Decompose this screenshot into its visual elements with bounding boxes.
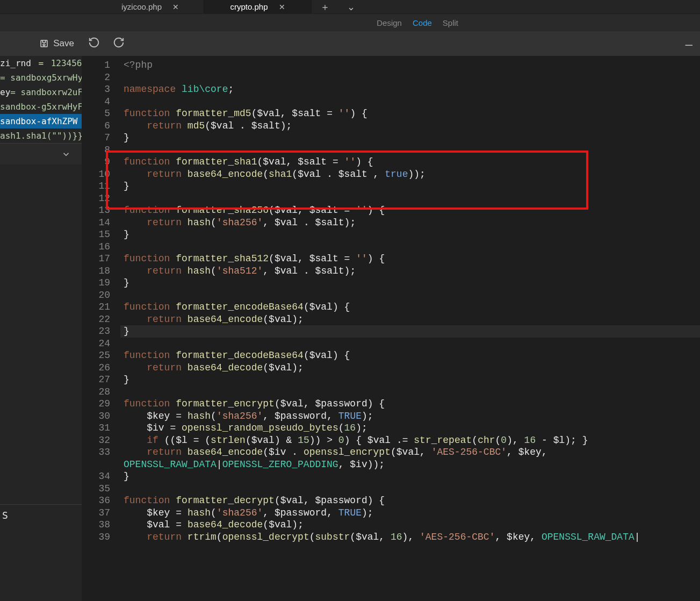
code-line[interactable]: namespace lib\core; [120,83,700,96]
code-line[interactable]: $key = hash('sha256', $password, TRUE); [120,410,700,423]
tab-label: crypto.php [230,2,268,11]
code-line[interactable] [120,289,700,302]
variable-item[interactable]: ash1.sha1(""))}} [0,128,82,143]
code-line[interactable]: } [120,180,700,192]
variable-item[interactable]: = sandboxg5xrwHyF [0,70,82,85]
tab-crypto[interactable]: crypto.php ✕ [204,0,312,13]
code-line[interactable]: } [120,132,700,144]
line-gutter: 1234567891011121314151617181920212223242… [82,31,120,601]
code-line[interactable]: return hash('sha256', $val . $salt); [120,217,700,229]
bottom-status: S [0,504,82,526]
code-line[interactable] [120,483,700,495]
code-line[interactable]: return base64_encode($val); [120,313,700,326]
tab-bar: iyzicoo.php ✕ crypto.php ✕ ＋ ⌄ [0,0,700,14]
close-icon[interactable]: ✕ [279,3,285,11]
code-line[interactable] [120,192,700,205]
code-line[interactable] [120,144,700,156]
view-bar: Design Code Split [0,14,700,31]
side-toolbar: Save [0,31,82,56]
code-line[interactable]: $iv = openssl_random_pseudo_bytes(16); [120,422,700,434]
undo-button[interactable] [82,37,106,51]
code-line[interactable]: function formatter_sha256($val, $salt = … [120,204,700,217]
code-line[interactable] [120,386,700,398]
code-line[interactable]: } [120,325,700,338]
code-line[interactable]: if (($l = (strlen($val) & 15)) > 0) { $v… [120,434,700,447]
svg-point-1 [43,44,45,46]
code-line[interactable]: return base64_decode($val); [120,362,700,374]
code-line[interactable]: <?php [120,59,700,71]
code-line[interactable]: function formatter_encrypt($val, $passwo… [120,398,700,410]
save-icon[interactable]: Save [39,38,74,49]
tab-label: iyzicoo.php [121,2,162,11]
code-line[interactable]: function formatter_md5($val, $salt = '')… [120,108,700,120]
code-line[interactable]: } [120,374,700,386]
code-line[interactable]: $val = base64_decode($val); [120,519,700,531]
code-line[interactable]: $key = hash('sha256', $password, TRUE); [120,507,700,519]
view-split[interactable]: Split [443,18,458,27]
code-line[interactable]: return md5($val . $salt); [120,120,700,132]
tab-overflow-button[interactable]: ⌄ [338,1,364,13]
variable-item[interactable]: zi_rnd = 123456789 [0,56,82,70]
code-line[interactable]: function formatter_decodeBase64($val) { [120,349,700,362]
view-code[interactable]: Code [413,18,432,27]
code-line[interactable]: } [120,228,700,241]
code-line[interactable]: return rtrim(openssl_decrypt(substr($val… [120,531,700,543]
tab-iyzicoo[interactable]: iyzicoo.php ✕ [97,0,204,13]
variable-item[interactable]: sandbox-g5xrwHyFo [0,99,82,114]
variables-list: zi_rnd = 123456789= sandboxg5xrwHyFey= s… [0,56,82,143]
save-label: Save [53,38,74,49]
close-icon[interactable]: ✕ [172,3,179,11]
side-panel: Save zi_rnd = 123456789= sandboxg5xrwHyF… [0,31,82,601]
code-line[interactable]: return base64_encode(sha1($val . $salt ,… [120,168,700,181]
code-line[interactable] [120,71,700,84]
variable-item[interactable]: ey= sandboxrw2uFY [0,85,82,99]
code-line[interactable] [120,241,700,253]
code-line[interactable]: function formatter_sha1($val, $salt = ''… [120,156,700,168]
code-editor[interactable]: — 12345678910111213141516171819202122232… [82,31,700,601]
code-line[interactable] [120,96,700,108]
view-design[interactable]: Design [377,18,402,27]
code-line[interactable]: } [120,470,700,483]
code-line[interactable]: function formatter_encodeBase64($val) { [120,301,700,313]
variable-item[interactable]: sandbox-afXhZPW [0,114,82,128]
collapse-toggle[interactable] [0,143,82,164]
code-line[interactable]: } [120,277,700,289]
code-line[interactable] [120,338,700,350]
new-tab-button[interactable]: ＋ [312,1,338,13]
code-line[interactable]: function formatter_decrypt($val, $passwo… [120,495,700,507]
code-area[interactable]: <?php namespace lib\core; function forma… [120,31,700,601]
code-line[interactable]: return hash('sha512', $val . $salt); [120,265,700,277]
code-line[interactable]: function formatter_sha512($val, $salt = … [120,253,700,265]
